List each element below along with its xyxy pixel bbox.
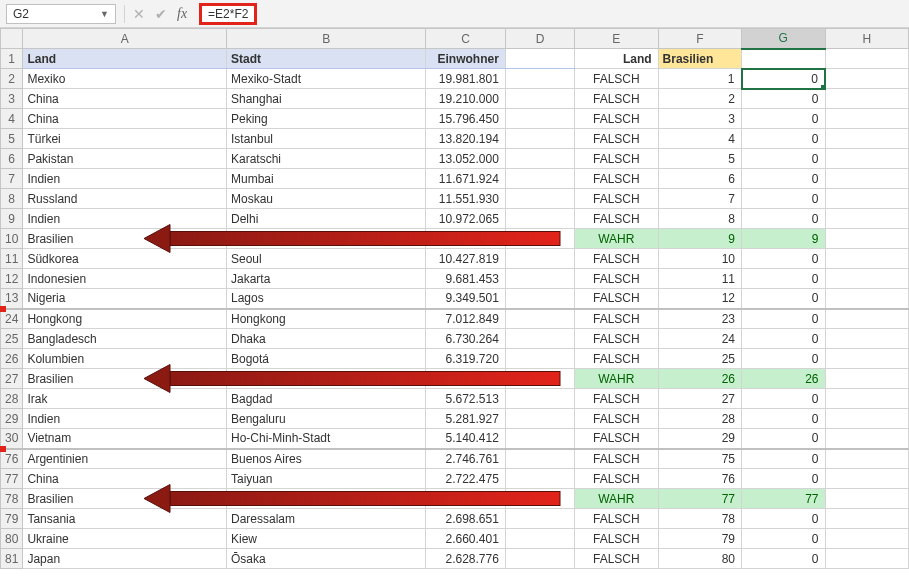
cell-f[interactable]: 80 [658, 549, 741, 569]
cell[interactable] [505, 289, 574, 309]
cell-e[interactable]: FALSCH [575, 469, 658, 489]
cell-g[interactable]: 0 [742, 349, 825, 369]
cell-land[interactable]: Vietnam [23, 429, 227, 449]
cell-f[interactable]: 10 [658, 249, 741, 269]
cell-e[interactable]: FALSCH [575, 449, 658, 469]
cell-e[interactable]: FALSCH [575, 209, 658, 229]
cell-einwohner[interactable]: 10.972.065 [426, 209, 505, 229]
row-header[interactable]: 25 [1, 329, 23, 349]
cell-land[interactable]: Japan [23, 549, 227, 569]
cell-stadt[interactable]: Kiew [226, 529, 426, 549]
cell-stadt[interactable]: Seoul [226, 249, 426, 269]
cell-f[interactable]: 29 [658, 429, 741, 449]
cell-einwohner[interactable] [426, 229, 505, 249]
row-header[interactable]: 29 [1, 409, 23, 429]
cell[interactable] [825, 429, 909, 449]
cell-land[interactable]: Kolumbien [23, 349, 227, 369]
cell-land[interactable]: Irak [23, 389, 227, 409]
cell-f[interactable]: 3 [658, 109, 741, 129]
cell-einwohner[interactable]: 7.012.849 [426, 309, 505, 329]
col-header-E[interactable]: E [575, 29, 658, 49]
cell-stadt[interactable]: Bengaluru [226, 409, 426, 429]
cell-land[interactable]: Argentinien [23, 449, 227, 469]
cell[interactable] [825, 409, 909, 429]
row-header[interactable]: 6 [1, 149, 23, 169]
cell-g[interactable]: 0 [742, 329, 825, 349]
cell-stadt[interactable]: Ōsaka [226, 549, 426, 569]
cell-g[interactable]: 0 [742, 549, 825, 569]
cell-land[interactable]: Brasilien [23, 229, 227, 249]
col-header-A[interactable]: A [23, 29, 227, 49]
cell-f[interactable]: 75 [658, 449, 741, 469]
cell-g[interactable]: 0 [742, 449, 825, 469]
row-header[interactable]: 10 [1, 229, 23, 249]
cell-land[interactable]: Brasilien [23, 369, 227, 389]
cell-f[interactable]: 76 [658, 469, 741, 489]
cell-stadt[interactable]: Mexiko-Stadt [226, 69, 426, 89]
cell-stadt[interactable]: Taiyuan [226, 469, 426, 489]
cell-f[interactable]: 9 [658, 229, 741, 249]
cell-stadt[interactable]: Istanbul [226, 129, 426, 149]
cell-einwohner[interactable]: 2.722.475 [426, 469, 505, 489]
cell-einwohner[interactable]: 5.672.513 [426, 389, 505, 409]
cell-land[interactable]: Indien [23, 409, 227, 429]
header-einwohner[interactable]: Einwohner [426, 49, 505, 69]
cell[interactable] [505, 549, 574, 569]
cell-e[interactable]: FALSCH [575, 169, 658, 189]
cell[interactable] [825, 329, 909, 349]
cell[interactable] [825, 309, 909, 329]
cell-stadt[interactable]: Bagdad [226, 389, 426, 409]
cell-stadt[interactable] [226, 229, 426, 249]
cell-f[interactable]: 6 [658, 169, 741, 189]
cell-f[interactable]: 23 [658, 309, 741, 329]
cell[interactable] [505, 369, 574, 389]
cell[interactable] [505, 509, 574, 529]
cell-g[interactable]: 0 [742, 129, 825, 149]
row-header[interactable]: 28 [1, 389, 23, 409]
cell-f[interactable]: 77 [658, 489, 741, 509]
cell[interactable] [505, 429, 574, 449]
cell[interactable] [825, 509, 909, 529]
cell-einwohner[interactable] [426, 369, 505, 389]
cell[interactable] [505, 129, 574, 149]
cell-f[interactable]: 78 [658, 509, 741, 529]
cell-land[interactable]: Indien [23, 209, 227, 229]
cell-e[interactable]: FALSCH [575, 389, 658, 409]
cell-stadt[interactable]: Shanghai [226, 89, 426, 109]
cell-land[interactable]: Hongkong [23, 309, 227, 329]
cell-f[interactable]: 12 [658, 289, 741, 309]
cell-e[interactable]: WAHR [575, 369, 658, 389]
cell-f[interactable]: 26 [658, 369, 741, 389]
cell[interactable] [505, 49, 574, 69]
cell[interactable] [825, 289, 909, 309]
cell-e[interactable]: FALSCH [575, 109, 658, 129]
row-header[interactable]: 3 [1, 89, 23, 109]
cell[interactable] [825, 49, 909, 69]
header-land[interactable]: Land [23, 49, 227, 69]
col-header-G[interactable]: G [742, 29, 825, 49]
cell-land[interactable]: Südkorea [23, 249, 227, 269]
cell-stadt[interactable] [226, 369, 426, 389]
col-header-B[interactable]: B [226, 29, 426, 49]
cell[interactable] [825, 249, 909, 269]
cell-e[interactable]: FALSCH [575, 509, 658, 529]
cell-g[interactable]: 0 [742, 209, 825, 229]
cancel-icon[interactable]: ✕ [133, 7, 145, 21]
cell-land[interactable]: Ukraine [23, 529, 227, 549]
cell-einwohner[interactable]: 15.796.450 [426, 109, 505, 129]
cell-g[interactable]: 0 [742, 269, 825, 289]
row-header[interactable]: 8 [1, 189, 23, 209]
cell-land[interactable]: Russland [23, 189, 227, 209]
cell-f[interactable]: 2 [658, 89, 741, 109]
cell[interactable] [825, 549, 909, 569]
cell-stadt[interactable]: Peking [226, 109, 426, 129]
cell-land[interactable]: Mexiko [23, 69, 227, 89]
header-stadt[interactable]: Stadt [226, 49, 426, 69]
cell-e[interactable]: FALSCH [575, 129, 658, 149]
cell-einwohner[interactable]: 11.671.924 [426, 169, 505, 189]
row-header[interactable]: 80 [1, 529, 23, 549]
cell-e[interactable]: WAHR [575, 229, 658, 249]
cell-einwohner[interactable]: 13.820.194 [426, 129, 505, 149]
cell-e[interactable]: FALSCH [575, 189, 658, 209]
cell[interactable] [742, 49, 825, 69]
